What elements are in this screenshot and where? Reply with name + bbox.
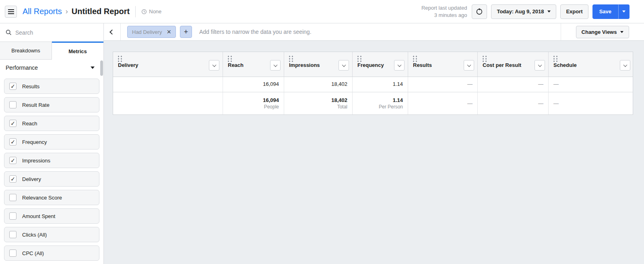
column-menu-button-results[interactable]: [464, 60, 474, 71]
metric-item-result-rate[interactable]: Result Rate: [4, 97, 99, 112]
column-menu-button-delivery[interactable]: [209, 60, 219, 71]
cell-results: —: [408, 77, 478, 92]
sidebar-scrollbar[interactable]: [100, 60, 103, 76]
chevron-down-icon: [467, 63, 471, 67]
drag-handle-icon[interactable]: [357, 55, 361, 62]
filter-bar: Had Delivery × + Add filters to narrow t…: [104, 23, 644, 41]
summary-value: 1.14: [357, 97, 403, 103]
metric-label: CPC (All): [22, 250, 44, 256]
divider: [135, 6, 136, 17]
metric-item-clicks-all[interactable]: Clicks (All): [4, 227, 99, 242]
cell-value: 1.14: [393, 81, 403, 87]
check-icon: ✓: [10, 158, 15, 163]
metric-label: Result Rate: [22, 102, 50, 108]
drag-handle-icon[interactable]: [288, 55, 293, 62]
metric-label: Results: [22, 83, 39, 89]
filter-chip-had-delivery[interactable]: Had Delivery ×: [127, 26, 176, 38]
drag-handle-icon[interactable]: [227, 55, 232, 62]
drag-handle-icon[interactable]: [412, 55, 417, 62]
column-menu-button-reach[interactable]: [270, 60, 281, 71]
refresh-icon: [476, 8, 483, 15]
drag-handle-icon[interactable]: [553, 55, 557, 62]
checkbox-reach[interactable]: ✓: [9, 120, 17, 127]
change-views-button[interactable]: Change Views: [576, 26, 630, 38]
table-row[interactable]: 16,09418,4021.14———: [113, 77, 633, 92]
column-header-reach: Reach: [223, 52, 284, 77]
column-label: Delivery: [118, 62, 138, 68]
report-title[interactable]: Untitled Report: [72, 7, 130, 16]
tab-metrics[interactable]: Metrics: [52, 42, 103, 60]
caret-down-icon: [620, 31, 623, 33]
checkbox-delivery[interactable]: ✓: [9, 175, 17, 183]
remove-filter-icon[interactable]: ×: [167, 28, 171, 35]
summary-cell-reach: 16,094People: [223, 92, 284, 114]
checkbox-amount-spent[interactable]: [9, 212, 17, 220]
summary-value: —: [553, 100, 629, 106]
metric-item-amount-spent[interactable]: Amount Spent: [4, 208, 99, 224]
checkbox-impressions[interactable]: ✓: [9, 157, 17, 164]
check-icon: ✓: [10, 121, 15, 126]
chevron-left-icon: [109, 29, 115, 35]
checkbox-relevance-score[interactable]: [9, 194, 17, 201]
metric-item-relevance-score[interactable]: Relevance Score: [4, 190, 99, 205]
column-label: Schedule: [553, 62, 577, 68]
report-canvas: DeliveryReachImpressionsFrequencyResults…: [104, 41, 644, 264]
column-menu-button-impressions[interactable]: [339, 60, 349, 71]
column-label: Reach: [228, 62, 244, 68]
breadcrumb-all-reports[interactable]: All Reports: [23, 7, 62, 16]
table-header: DeliveryReachImpressionsFrequencyResults…: [113, 52, 633, 77]
save-dropdown-button[interactable]: [618, 4, 630, 19]
column-menu-button-cost-per-result[interactable]: [535, 60, 545, 71]
column-header-impressions: Impressions: [284, 52, 353, 77]
column-header-frequency: Frequency: [353, 52, 408, 77]
metric-item-reach[interactable]: ✓Reach: [4, 116, 99, 131]
save-button[interactable]: Save: [592, 4, 618, 19]
metric-item-results[interactable]: ✓Results: [4, 79, 99, 94]
checkbox-results[interactable]: ✓: [9, 83, 17, 90]
column-header-schedule: Schedule: [549, 52, 634, 77]
top-bar: All Reports › Untitled Report None Repor…: [0, 0, 644, 23]
cell-value: —: [553, 81, 559, 87]
cell-value: —: [467, 81, 473, 87]
sidebar-tabs: Breakdowns Metrics: [0, 42, 103, 60]
add-filter-button[interactable]: +: [180, 26, 192, 38]
column-menu-button-schedule[interactable]: [620, 60, 630, 71]
column-header-results: Results: [408, 52, 478, 77]
table-summary-row: 16,094People18,402Total1.14Per Person———: [113, 92, 633, 114]
search-input[interactable]: [15, 29, 98, 36]
sidebar-search: [0, 23, 103, 42]
metrics-list: ✓ResultsResult Rate✓Reach✓Frequency✓Impr…: [0, 76, 103, 264]
summary-subtext: Total: [289, 104, 347, 110]
drag-handle-icon[interactable]: [117, 55, 122, 62]
filter-chip-label: Had Delivery: [132, 29, 162, 35]
checkbox-result-rate[interactable]: [9, 101, 17, 108]
refresh-button[interactable]: [472, 4, 487, 19]
metrics-sidebar: Breakdowns Metrics Performance ✓ResultsR…: [0, 23, 104, 264]
checkbox-clicks-all[interactable]: [9, 231, 17, 238]
collapse-sidebar-button[interactable]: [104, 23, 121, 40]
summary-cell-delivery: [113, 92, 223, 114]
views-section: Change Views: [561, 23, 644, 40]
date-range-button[interactable]: Today: Aug 9, 2018: [491, 4, 556, 19]
drag-handle-icon[interactable]: [482, 55, 487, 62]
schedule-status[interactable]: None: [141, 8, 161, 15]
checkbox-frequency[interactable]: ✓: [9, 138, 17, 146]
column-label: Impressions: [289, 62, 320, 68]
cell-impressions: 18,402: [284, 77, 353, 92]
checkbox-cpc-all[interactable]: [9, 249, 17, 257]
chevron-down-icon: [397, 63, 401, 67]
metric-label: Delivery: [22, 176, 41, 182]
caret-down-icon: [547, 10, 551, 12]
metric-item-impressions[interactable]: ✓Impressions: [4, 153, 99, 168]
filter-hint-text: Add filters to narrow the data you are s…: [199, 29, 312, 35]
caret-down-icon: [91, 67, 95, 69]
performance-section-header[interactable]: Performance: [0, 60, 103, 76]
metric-label: Impressions: [22, 158, 50, 164]
hamburger-menu-button[interactable]: [5, 6, 17, 18]
metric-item-delivery[interactable]: ✓Delivery: [4, 171, 99, 187]
metric-item-frequency[interactable]: ✓Frequency: [4, 134, 99, 150]
tab-breakdowns[interactable]: Breakdowns: [0, 42, 52, 60]
column-menu-button-frequency[interactable]: [394, 60, 405, 71]
metric-item-cpc-all[interactable]: CPC (All): [4, 245, 99, 261]
export-button[interactable]: Export: [560, 4, 588, 19]
